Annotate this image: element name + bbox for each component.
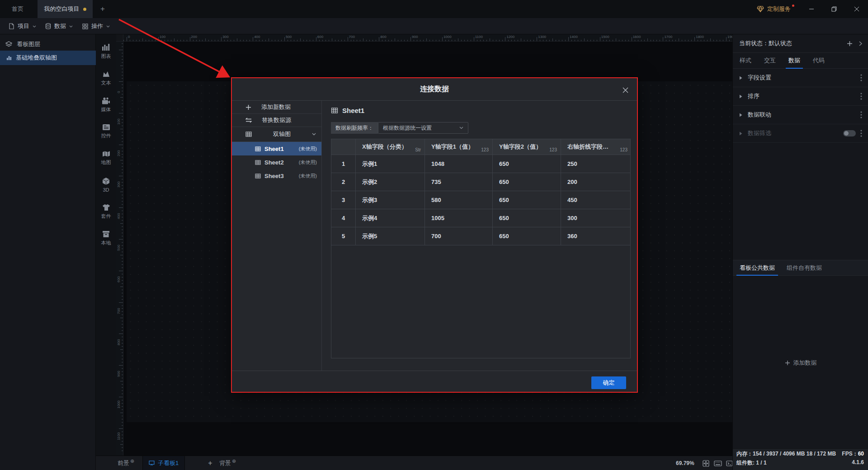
keyboard-icon[interactable] bbox=[713, 459, 723, 467]
add-state-icon[interactable] bbox=[847, 41, 853, 47]
menu-bar: 项目 数据 操作 发布 预览 bbox=[0, 18, 868, 34]
data-group-dual-axis[interactable]: 双轴图 bbox=[232, 127, 321, 142]
table-header-y2-field[interactable]: Y轴字段2（值）123 bbox=[493, 139, 561, 155]
close-icon[interactable] bbox=[620, 85, 631, 95]
fit-screen-icon[interactable] bbox=[701, 459, 711, 467]
tab-data[interactable]: 数据 bbox=[788, 53, 800, 69]
table-row: 5 示例5 700 650 360 bbox=[331, 227, 630, 245]
background-button[interactable]: 背景 ⊕ bbox=[219, 456, 236, 470]
add-board-button[interactable]: + bbox=[203, 456, 217, 470]
sheet-status: (未使用) bbox=[299, 173, 317, 179]
layer-item-dual-axis-chart[interactable]: 基础堆叠双轴图 bbox=[0, 51, 96, 65]
more-dots-icon[interactable] bbox=[860, 111, 862, 118]
more-dots-icon[interactable] bbox=[860, 93, 862, 100]
component-dock: 图表 文本 媒体 控件 地图 3D 套件 本地 bbox=[96, 34, 116, 456]
dock-item-widgets[interactable]: 控件 bbox=[96, 120, 116, 143]
add-new-data-button[interactable]: 添加新数据 bbox=[232, 101, 321, 114]
chevron-down-icon bbox=[312, 133, 316, 136]
tab-board-public-data[interactable]: 看板公共数据 bbox=[740, 260, 775, 276]
chevron-down-icon bbox=[69, 25, 73, 28]
chart-icon bbox=[6, 55, 12, 61]
type-num-badge: 123 bbox=[620, 147, 627, 155]
filter-toggle-off[interactable] bbox=[843, 130, 856, 136]
chevron-down-icon bbox=[106, 25, 110, 28]
table-header-y1-field[interactable]: Y轴字段1（值）123 bbox=[425, 139, 493, 155]
modal-sidebar: 添加新数据 替换数据源 双轴图 Sheet1 (未使用) Sheet2 (未使用… bbox=[232, 101, 322, 371]
refresh-rate-select[interactable]: 根据数据源统一设置 bbox=[378, 122, 468, 134]
sheet-item-2[interactable]: Sheet2 (未使用) bbox=[232, 155, 321, 169]
dock-item-3d[interactable]: 3D bbox=[96, 173, 116, 197]
modal-title: 连接数据 bbox=[420, 85, 449, 94]
replace-data-source-button[interactable]: 替换数据源 bbox=[232, 114, 321, 127]
table-header-x-field[interactable]: X轴字段（分类）Str bbox=[356, 139, 425, 155]
section-field-settings[interactable]: 字段设置 bbox=[733, 69, 868, 87]
ruler-corner bbox=[116, 34, 123, 42]
zoom-level[interactable]: 69.79% bbox=[676, 456, 694, 470]
table-grid-icon bbox=[255, 174, 261, 179]
state-bar: 当前状态： 默认状态 bbox=[733, 34, 868, 53]
foreground-button[interactable]: 前景 ⊕ bbox=[118, 456, 134, 470]
layers-icon bbox=[5, 41, 12, 47]
add-data-button[interactable]: 添加数据 bbox=[733, 356, 868, 370]
unsaved-dot-icon bbox=[83, 8, 86, 11]
section-data-filter[interactable]: 数据筛选 bbox=[733, 124, 868, 143]
type-str-badge: Str bbox=[415, 147, 421, 155]
data-table: X轴字段（分类）Str Y轴字段1（值）123 Y轴字段2（值）123 右轴折线… bbox=[331, 139, 631, 358]
video-camera-icon bbox=[102, 97, 110, 104]
layers-panel-header: 看板图层 bbox=[0, 38, 96, 51]
dock-item-kit[interactable]: 套件 bbox=[96, 200, 116, 223]
window-minimize-button[interactable] bbox=[802, 0, 821, 18]
dock-item-media[interactable]: 媒体 bbox=[96, 93, 116, 117]
chevron-right-icon[interactable] bbox=[859, 41, 862, 46]
grid-icon bbox=[82, 24, 88, 29]
new-tab-button[interactable]: + bbox=[96, 0, 109, 18]
premium-service-button[interactable]: 定制服务 bbox=[754, 0, 797, 18]
tab-style[interactable]: 样式 bbox=[740, 53, 751, 69]
window-close-button[interactable] bbox=[847, 0, 867, 18]
sheet-item-3[interactable]: Sheet3 (未使用) bbox=[232, 169, 321, 183]
table-header-right-axis-field[interactable]: 右轴折线字段…123 bbox=[561, 139, 631, 155]
bottom-bar: 前景 ⊕ 子看板1 + 背景 ⊕ 69.79% bbox=[96, 456, 732, 470]
fps-stat: FPS：60 bbox=[842, 450, 864, 458]
board-tab-sub-board[interactable]: 子看板1 bbox=[142, 456, 185, 470]
caret-right-icon bbox=[739, 132, 742, 136]
connect-data-modal: 连接数据 添加新数据 替换数据源 双轴图 Sheet1 (未使用) bbox=[231, 77, 638, 393]
menu-operation[interactable]: 操作 bbox=[82, 18, 110, 34]
sheet-status: (未使用) bbox=[299, 146, 317, 152]
tab-code[interactable]: 代码 bbox=[813, 53, 825, 69]
dock-item-local[interactable]: 本地 bbox=[96, 226, 116, 250]
inspector-tabs: 样式 交互 数据 代码 bbox=[733, 53, 868, 69]
tab-interaction[interactable]: 交互 bbox=[764, 53, 776, 69]
widget-panel-icon bbox=[102, 124, 110, 131]
dock-item-charts[interactable]: 图表 bbox=[96, 40, 116, 63]
sheet-status: (未使用) bbox=[299, 159, 317, 166]
state-value: 默认状态 bbox=[769, 39, 792, 47]
sheet-item-1[interactable]: Sheet1 (未使用) bbox=[232, 142, 321, 155]
dock-item-map[interactable]: 地图 bbox=[96, 146, 116, 170]
tab-home[interactable]: 首页 bbox=[0, 0, 35, 18]
type-num-badge: 123 bbox=[549, 147, 557, 155]
modal-title-bar: 连接数据 bbox=[232, 78, 637, 101]
window-restore-button[interactable] bbox=[824, 0, 844, 18]
sheet-heading: Sheet1 bbox=[331, 107, 364, 114]
document-icon bbox=[8, 23, 14, 29]
refresh-rate-label: 数据刷新频率： bbox=[331, 122, 378, 134]
menu-data[interactable]: 数据 bbox=[45, 18, 73, 34]
tshirt-icon bbox=[102, 204, 110, 211]
refresh-rate-row: 数据刷新频率： 根据数据源统一设置 bbox=[331, 122, 468, 134]
board-tab-label: 子看板1 bbox=[158, 459, 179, 467]
modal-footer: 确定 bbox=[232, 371, 637, 393]
section-sort[interactable]: 排序 bbox=[733, 87, 868, 106]
more-dots-icon[interactable] bbox=[860, 74, 862, 81]
more-dots-icon[interactable] bbox=[860, 130, 862, 137]
status-stats: 内存：154 / 3937 / 4096 MB 18 / 172 MB FPS：… bbox=[733, 448, 868, 470]
add-circle-icon[interactable]: ⊕ bbox=[232, 458, 236, 464]
tab-project[interactable]: 我的空白项目 bbox=[38, 0, 93, 18]
section-data-linkage[interactable]: 数据联动 bbox=[733, 106, 868, 124]
dock-item-text[interactable]: 文本 bbox=[96, 66, 116, 90]
tab-component-own-data[interactable]: 组件自有数据 bbox=[787, 260, 822, 276]
tab-project-label: 我的空白项目 bbox=[44, 5, 80, 13]
add-circle-icon[interactable]: ⊕ bbox=[130, 458, 134, 464]
menu-project[interactable]: 项目 bbox=[8, 18, 36, 34]
confirm-button[interactable]: 确定 bbox=[591, 376, 626, 389]
